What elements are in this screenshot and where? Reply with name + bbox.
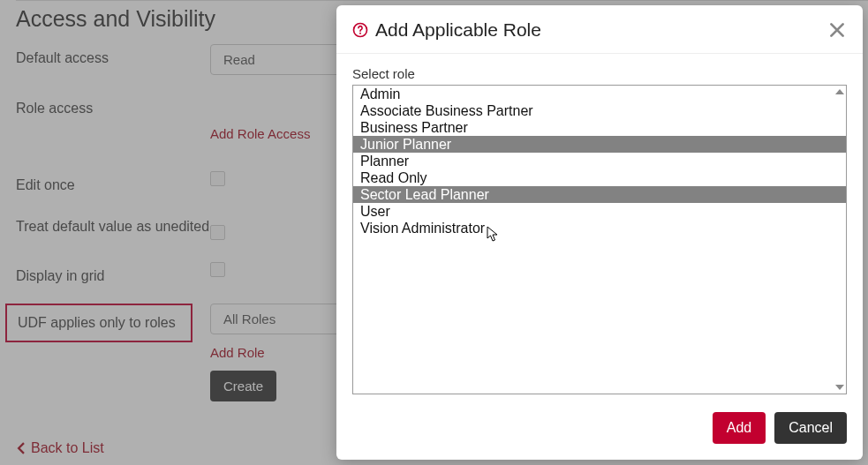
role-option[interactable]: Planner bbox=[353, 153, 846, 169]
role-option[interactable]: User bbox=[353, 203, 846, 220]
scroll-up-icon bbox=[835, 89, 844, 94]
modal-header: Add Applicable Role bbox=[336, 5, 863, 54]
role-option[interactable]: Vision Administrator bbox=[353, 220, 846, 236]
modal-body: Select role AdminAssociate Business Part… bbox=[336, 54, 863, 405]
add-button[interactable]: Add bbox=[713, 412, 766, 444]
select-role-label: Select role bbox=[352, 66, 847, 81]
close-icon[interactable] bbox=[827, 20, 847, 40]
role-option[interactable]: Admin bbox=[353, 86, 846, 102]
role-option[interactable]: Read Only bbox=[353, 169, 846, 186]
role-option[interactable]: Sector Lead Planner bbox=[353, 186, 846, 203]
help-icon[interactable] bbox=[352, 22, 368, 38]
role-listbox[interactable]: AdminAssociate Business PartnerBusiness … bbox=[352, 85, 847, 394]
cancel-button[interactable]: Cancel bbox=[774, 412, 847, 444]
add-role-modal: Add Applicable Role Select role AdminAss… bbox=[336, 5, 863, 460]
role-option[interactable]: Business Partner bbox=[353, 119, 846, 136]
scroll-down-icon bbox=[835, 385, 844, 390]
modal-title: Add Applicable Role bbox=[375, 19, 827, 41]
svg-point-1 bbox=[359, 33, 361, 34]
role-option[interactable]: Associate Business Partner bbox=[353, 102, 846, 119]
role-option[interactable]: Junior Planner bbox=[353, 136, 846, 153]
modal-footer: Add Cancel bbox=[336, 405, 863, 460]
